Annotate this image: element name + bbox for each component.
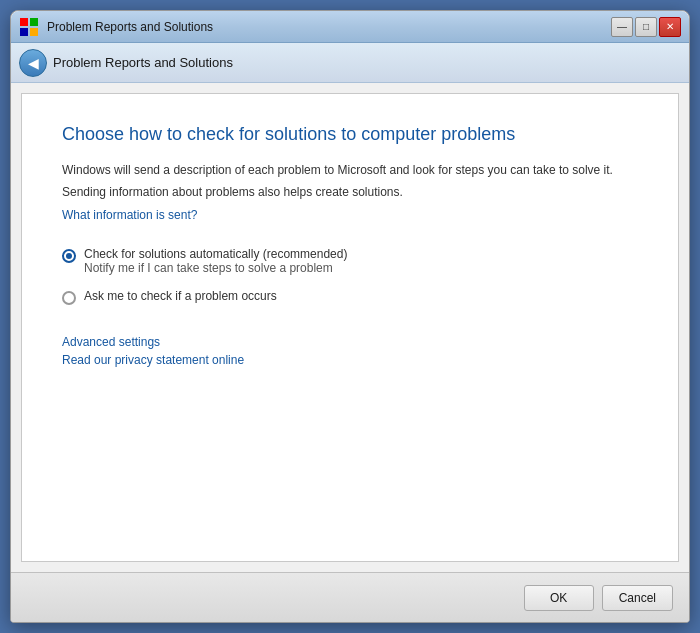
back-button[interactable]: ◀ (19, 49, 47, 77)
manual-label-main: Ask me to check if a problem occurs (84, 289, 277, 303)
main-window: Problem Reports and Solutions — □ ✕ ◀ Pr… (10, 10, 690, 623)
description-line2: Sending information about problems also … (62, 183, 638, 201)
svg-rect-2 (20, 28, 28, 36)
what-information-link[interactable]: What information is sent? (62, 208, 197, 222)
links-section: Advanced settings Read our privacy state… (62, 335, 638, 367)
auto-label-main: Check for solutions automatically (recom… (84, 247, 347, 261)
title-bar-left: Problem Reports and Solutions (11, 17, 213, 37)
privacy-statement-link[interactable]: Read our privacy statement online (62, 353, 638, 367)
manual-radio-button[interactable] (62, 291, 76, 305)
manual-option[interactable]: Ask me to check if a problem occurs (62, 289, 638, 305)
svg-rect-0 (20, 18, 28, 26)
options-section: Check for solutions automatically (recom… (62, 247, 638, 305)
auto-label-sub: Notify me if I can take steps to solve a… (84, 261, 347, 275)
content-area: Choose how to check for solutions to com… (21, 93, 679, 562)
description-line1: Windows will send a description of each … (62, 161, 638, 179)
bottom-bar: OK Cancel (11, 572, 689, 622)
nav-bar: ◀ Problem Reports and Solutions (11, 43, 689, 83)
auto-label-group: Check for solutions automatically (recom… (84, 247, 347, 275)
svg-rect-3 (30, 28, 38, 36)
title-bar-text: Problem Reports and Solutions (47, 20, 213, 34)
svg-rect-1 (30, 18, 38, 26)
auto-radio-button[interactable] (62, 249, 76, 263)
app-icon (19, 17, 39, 37)
title-bar: Problem Reports and Solutions — □ ✕ (11, 11, 689, 43)
window-controls: — □ ✕ (611, 17, 681, 37)
minimize-button[interactable]: — (611, 17, 633, 37)
advanced-settings-link[interactable]: Advanced settings (62, 335, 638, 349)
cancel-button[interactable]: Cancel (602, 585, 673, 611)
ok-button[interactable]: OK (524, 585, 594, 611)
windows-shield-icon (19, 17, 39, 37)
manual-label-group: Ask me to check if a problem occurs (84, 289, 277, 303)
close-button[interactable]: ✕ (659, 17, 681, 37)
nav-title: Problem Reports and Solutions (53, 55, 233, 70)
maximize-button[interactable]: □ (635, 17, 657, 37)
back-arrow-icon: ◀ (28, 55, 39, 71)
main-heading: Choose how to check for solutions to com… (62, 124, 638, 145)
auto-option[interactable]: Check for solutions automatically (recom… (62, 247, 638, 275)
